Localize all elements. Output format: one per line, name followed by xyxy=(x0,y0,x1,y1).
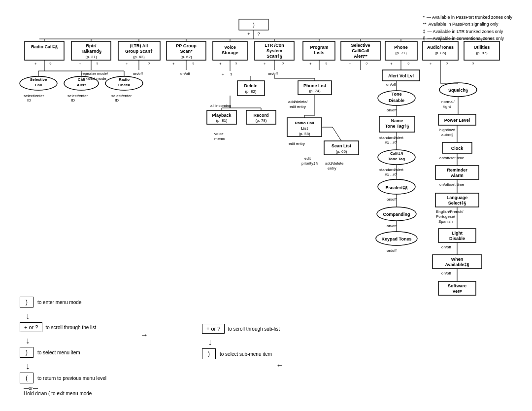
svg-text:repeater mode/: repeater mode/ xyxy=(81,71,108,76)
svg-text:?: ? xyxy=(235,62,237,66)
svg-text:Disable: Disable xyxy=(449,236,465,241)
svg-text:(p. 87): (p. 87) xyxy=(476,51,487,55)
svg-text:on/off: on/off xyxy=(387,197,397,202)
sub-text-select: to select sub-menu item xyxy=(220,351,272,357)
svg-text:(p. 31): (p. 31) xyxy=(85,55,97,59)
svg-text:?: ? xyxy=(472,62,474,66)
svg-text:Power Level: Power Level xyxy=(444,118,470,123)
svg-text:Rptr/: Rptr/ xyxy=(86,43,97,48)
svg-text:entry: entry xyxy=(328,166,336,171)
nav-box-enter: ) xyxy=(20,297,33,308)
svg-text:+: + xyxy=(222,72,224,77)
svg-text:Selective: Selective xyxy=(30,77,47,82)
svg-text:edit entry: edit entry xyxy=(290,104,306,109)
nav-text-select: to select menu item xyxy=(37,350,80,355)
svg-text:(LTR) All: (LTR) All xyxy=(130,43,148,48)
svg-text:Select‡§: Select‡§ xyxy=(448,201,466,206)
svg-text:(p. 85): (p. 85) xyxy=(434,51,446,55)
svg-text:Audio/Tones: Audio/Tones xyxy=(427,45,454,50)
svg-text:Alert**: Alert** xyxy=(354,54,367,59)
sub-box-scroll: + or ? xyxy=(202,324,225,334)
nav-text-enter: to enter menu mode xyxy=(37,300,82,305)
svg-text:on/off: on/off xyxy=(387,108,397,112)
svg-text:on/off: on/off xyxy=(180,71,191,76)
svg-text:Phone List: Phone List xyxy=(303,83,326,88)
nav-box-select: ) xyxy=(20,347,33,358)
svg-text:Program: Program xyxy=(310,45,328,50)
svg-text:Name: Name xyxy=(391,118,403,123)
nav-text-return: to return to previous menu level xyxy=(37,376,106,381)
right-arrow-to-sub: → xyxy=(140,331,148,340)
nav-holddown-text: Hold down ( to exit menu mode xyxy=(24,391,217,396)
svg-text:Phone: Phone xyxy=(394,45,408,50)
svg-text:Record: Record xyxy=(253,113,268,118)
svg-text:Radio Call: Radio Call xyxy=(295,121,314,125)
svg-text:+: + xyxy=(219,62,222,66)
svg-text:(p. 78): (p. 78) xyxy=(255,118,266,123)
sub-list-section: + or ? to scroll through sub-list ↓ ) to… xyxy=(202,324,340,359)
svg-text:all incoming: all incoming xyxy=(210,103,231,108)
svg-text:Available‡§: Available‡§ xyxy=(445,262,469,267)
svg-text:?: ? xyxy=(49,62,52,66)
svg-text:Lists: Lists xyxy=(314,50,324,55)
svg-text:Scan‡§: Scan‡§ xyxy=(266,54,282,59)
svg-text:?: ? xyxy=(230,72,233,77)
nav-box-scroll: + or ? xyxy=(20,322,42,332)
svg-text:select/enter: select/enter xyxy=(111,94,132,98)
svg-text:Alert Vol Lvl: Alert Vol Lvl xyxy=(388,73,414,78)
flowchart-svg: ) + ? Radio Call‡§ + ? Rptr/ Talkarnd§ (… xyxy=(15,17,517,303)
svg-text:?: ? xyxy=(257,32,260,36)
svg-text:Talkarnd§: Talkarnd§ xyxy=(81,49,101,54)
svg-text:#1 - #7: #1 - #7 xyxy=(385,140,397,145)
svg-text:on/off: on/off xyxy=(441,271,452,275)
svg-text:Ver#: Ver# xyxy=(452,289,462,294)
page: *— Available in PassPort trunked zones o… xyxy=(0,0,532,411)
svg-text:select/enter: select/enter xyxy=(24,94,44,98)
arrow-down-3: ↓ xyxy=(26,362,217,371)
svg-text:(p. 81): (p. 81) xyxy=(216,118,227,123)
svg-text:Calit‡§: Calit‡§ xyxy=(390,151,403,156)
svg-text:System: System xyxy=(266,48,282,53)
svg-text:on/off: on/off xyxy=(268,71,278,76)
svg-text:Portugese/: Portugese/ xyxy=(436,214,455,219)
svg-text:on/off: on/off xyxy=(386,82,397,87)
svg-text:Check: Check xyxy=(118,83,131,87)
svg-text:+: + xyxy=(247,32,250,36)
arrow-down-1: ↓ xyxy=(26,311,217,320)
svg-text:?: ? xyxy=(282,62,284,66)
svg-text:add/delete: add/delete xyxy=(325,161,344,166)
svg-text:edit entry: edit entry xyxy=(289,141,305,146)
svg-text:+: + xyxy=(79,62,81,66)
svg-text:+: + xyxy=(126,62,128,66)
svg-text:standard/alert: standard/alert xyxy=(379,136,404,140)
svg-text:+: + xyxy=(430,62,432,66)
svg-text:Clock: Clock xyxy=(451,146,464,151)
svg-text:talkarnd mode: talkarnd mode xyxy=(81,76,106,81)
svg-text:(p. 62): (p. 62) xyxy=(180,55,192,59)
svg-text:on/off/set time: on/off/set time xyxy=(439,182,465,187)
sub-arrow-down: ↓ xyxy=(208,338,340,346)
svg-text:Alarm: Alarm xyxy=(451,173,464,178)
svg-text:(p. 66): (p. 66) xyxy=(335,149,347,154)
svg-text:Squelch§: Squelch§ xyxy=(448,88,468,93)
svg-text:Playback: Playback xyxy=(212,113,232,118)
svg-text:memo: memo xyxy=(214,137,226,141)
svg-text:+: + xyxy=(172,62,175,66)
svg-text:edit: edit xyxy=(304,156,311,161)
svg-text:on/off: on/off xyxy=(387,224,397,228)
svg-text:Companding: Companding xyxy=(383,212,410,217)
svg-text:Voice: Voice xyxy=(224,45,235,50)
nav-box-return: ( xyxy=(20,373,33,383)
svg-text:LTR /Con: LTR /Con xyxy=(265,43,284,48)
menu-nav-section: ) to enter menu mode ↓ + or ? to scroll … xyxy=(20,292,217,396)
svg-text:ID: ID xyxy=(27,98,31,103)
svg-text:When: When xyxy=(451,257,464,262)
svg-text:add/delete/: add/delete/ xyxy=(288,100,308,104)
svg-text:(p. 58): (p. 58) xyxy=(299,132,310,136)
svg-text:Tone Tag‡§: Tone Tag‡§ xyxy=(385,124,409,129)
svg-text:Tone: Tone xyxy=(392,92,402,97)
svg-text:Storage: Storage xyxy=(222,50,238,55)
svg-text:tight: tight xyxy=(443,104,451,109)
sub-text-scroll: to scroll through sub-list xyxy=(228,326,280,332)
svg-text:Group Scan‡: Group Scan‡ xyxy=(125,49,153,54)
